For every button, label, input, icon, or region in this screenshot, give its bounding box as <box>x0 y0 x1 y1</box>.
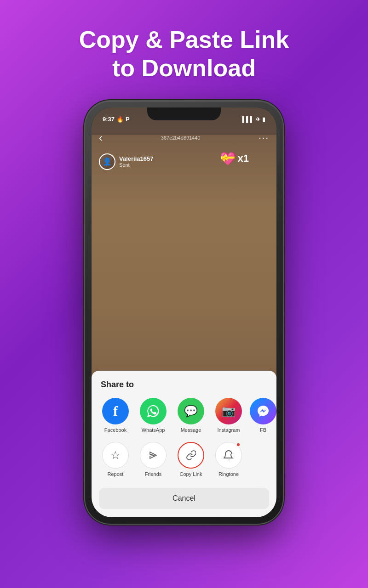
power-button[interactable] <box>283 175 285 207</box>
copy-link-label: Copy Link <box>180 471 202 477</box>
whatsapp-label: WhatsApp <box>142 427 165 433</box>
friends-icon <box>140 442 167 469</box>
more-menu-icon[interactable]: ··· <box>259 132 269 143</box>
share-item-repost[interactable]: ☆ Repost <box>99 442 132 477</box>
ringtone-icon <box>215 442 242 469</box>
share-item-fb-messenger[interactable]: FB <box>250 398 276 433</box>
headline-line2: to Download <box>112 55 256 81</box>
ringtone-label: Ringtone <box>218 471 239 477</box>
battery-icon: ▮ <box>262 116 265 123</box>
repost-label: Repost <box>108 471 124 477</box>
status-fire-icon: 🔥 <box>116 116 124 123</box>
video-id: 367e2b4d891440 <box>161 135 201 141</box>
reaction-emoji: 💝 <box>220 151 236 166</box>
instagram-icon: 📷 <box>215 398 242 424</box>
facebook-icon: f <box>102 398 129 424</box>
share-sheet: Share to f Facebook WhatsApp 💬 <box>92 371 276 517</box>
share-item-instagram[interactable]: 📷 Instagram <box>212 398 245 433</box>
back-button[interactable]: ‹ <box>99 131 103 144</box>
fb-messenger-label: FB <box>260 427 266 433</box>
instagram-label: Instagram <box>218 427 240 433</box>
fb-messenger-icon <box>250 398 276 424</box>
share-item-friends[interactable]: Friends <box>137 442 170 477</box>
message-icon: 💬 <box>178 398 204 424</box>
reaction: 💝 x1 <box>220 151 249 166</box>
user-status: Sent <box>119 162 153 168</box>
share-item-ringtone[interactable]: Ringtone <box>212 442 245 477</box>
reaction-count: x1 <box>238 153 249 164</box>
share-item-facebook[interactable]: f Facebook <box>99 398 132 433</box>
top-nav: ‹ 367e2b4d891440 ··· <box>92 128 276 148</box>
signal-icon: ▌▌▌ <box>242 116 254 123</box>
whatsapp-icon <box>140 398 167 424</box>
notch <box>147 107 221 120</box>
facebook-label: Facebook <box>104 427 126 433</box>
user-info: 👤 Valeriia1657 Sent <box>99 153 153 170</box>
phone-screen: 9:37 🔥 P ▌▌▌ ✈ ▮ ‹ 367e2b4d891440 ··· 👤 … <box>92 107 276 517</box>
airplane-icon: ✈ <box>256 116 260 123</box>
share-item-message[interactable]: 💬 Message <box>174 398 207 433</box>
repost-icon: ☆ <box>102 442 129 469</box>
friends-label: Friends <box>145 471 162 477</box>
headline: Copy & Paste Link to Download <box>61 25 308 83</box>
user-text: Valeriia1657 Sent <box>119 155 153 168</box>
status-left: 9:37 🔥 P <box>103 116 130 123</box>
share-title: Share to <box>99 380 269 390</box>
headline-line1: Copy & Paste Link <box>79 26 289 53</box>
status-right: ▌▌▌ ✈ ▮ <box>242 116 265 123</box>
username: Valeriia1657 <box>119 155 153 162</box>
share-row-2: ☆ Repost Friends <box>99 442 269 477</box>
ringtone-notification-dot <box>236 442 241 447</box>
copy-link-icon <box>178 442 204 469</box>
cancel-button[interactable]: Cancel <box>99 488 269 509</box>
message-label: Message <box>181 427 201 433</box>
share-item-whatsapp[interactable]: WhatsApp <box>137 398 170 433</box>
phone-wrapper: 9:37 🔥 P ▌▌▌ ✈ ▮ ‹ 367e2b4d891440 ··· 👤 … <box>85 101 283 524</box>
avatar: 👤 <box>99 153 115 170</box>
share-item-copy-link[interactable]: Copy Link <box>174 442 207 477</box>
status-p-indicator: P <box>126 116 130 123</box>
status-time: 9:37 <box>103 116 115 123</box>
share-row-1: f Facebook WhatsApp 💬 Message 📷 <box>99 398 269 433</box>
